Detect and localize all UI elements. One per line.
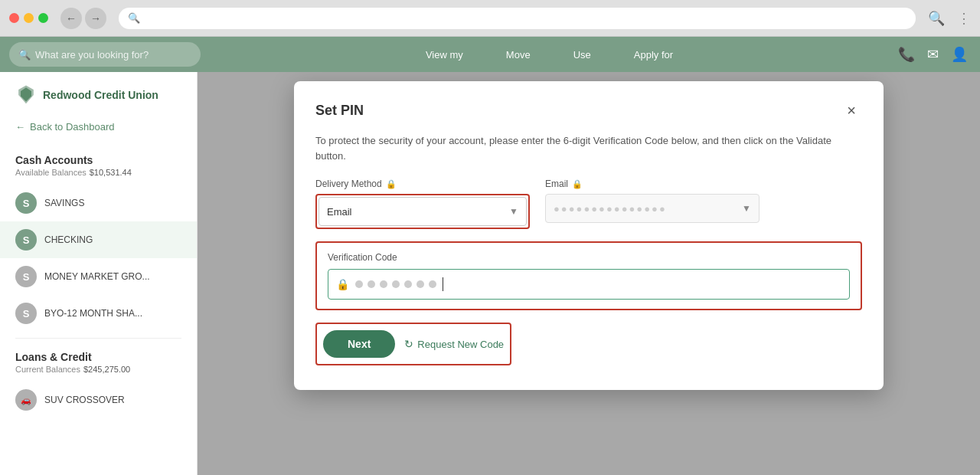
email-field: ●●●●●●●●●●●●●●● ▼ [545,194,760,223]
user-icon[interactable]: 👤 [951,46,968,63]
chevron-down-icon: ▼ [509,206,518,217]
browser-navigation: ← → [60,8,106,29]
minimize-traffic-light[interactable] [24,13,34,23]
account-item-byo[interactable]: S BYO-12 MONTH SHA... [0,295,197,332]
available-balances-label: Available Balances [15,168,87,177]
nav-use[interactable]: Use [567,46,597,64]
search-icon: 🔍 [18,49,31,61]
email-masked-value: ●●●●●●●●●●●●●●● [554,203,667,215]
money-market-icon: S [15,266,37,287]
text-cursor [443,277,443,291]
savings-name: SAVINGS [44,198,181,208]
search-placeholder: What are you looking for? [35,49,149,61]
top-navigation: 🔍 What are you looking for? View my Move… [0,37,980,72]
search-icon: 🔍 [128,12,140,24]
next-button[interactable]: Next [323,330,395,358]
account-item-money-market[interactable]: S MONEY MARKET GRO... [0,258,197,295]
checking-name: CHECKING [44,234,181,245]
brand-name: Redwood Credit Union [43,89,158,101]
delivery-method-outlined: Email ▼ [315,194,530,229]
close-traffic-light[interactable] [9,13,19,23]
code-dot-6 [416,280,424,288]
mail-icon[interactable]: ✉ [927,46,939,63]
money-market-name: MONEY MARKET GRO... [44,271,181,282]
address-bar[interactable]: 🔍 [119,8,916,29]
byo-name: BYO-12 MONTH SHA... [44,308,181,319]
logo-icon [15,84,37,106]
app: 🔍 What are you looking for? View my Move… [0,37,980,475]
search-bar[interactable]: 🔍 What are you looking for? [9,42,201,67]
code-dots-display [355,280,436,288]
verification-code-section: Verification Code 🔒 [315,241,862,310]
nav-apply-for[interactable]: Apply for [628,46,679,64]
loans-balance-label: Current Balances [15,365,80,374]
request-new-code-button[interactable]: ↻ Request New Code [404,338,504,350]
modal-description: To protect the security of your account,… [315,133,862,163]
nav-move[interactable]: Move [500,46,537,64]
code-dot-5 [404,280,412,288]
set-pin-modal: Set PIN × To protect the security of you… [294,81,884,390]
code-dot-2 [368,280,375,288]
modal-header: Set PIN × [315,100,862,121]
forward-button[interactable]: → [85,8,106,29]
cash-accounts-title: Cash Accounts [0,148,197,168]
account-item-savings[interactable]: S SAVINGS [0,185,197,221]
fullscreen-traffic-light[interactable] [38,13,48,23]
back-to-dashboard[interactable]: ← Back to Dashboard [0,115,197,139]
verification-code-input[interactable]: 🔒 [328,269,850,300]
nav-links: View my Move Use Apply for [201,46,898,64]
code-dot-4 [392,280,400,288]
suv-icon: 🚗 [15,389,37,411]
account-item-checking[interactable]: S CHECKING [0,221,197,258]
back-arrow-icon: ← [15,121,25,133]
loans-balance-value: $245,275.00 [83,365,130,374]
email-group: Email 🔒 ●●●●●●●●●●●●●●● ▼ [545,179,760,223]
phone-icon[interactable]: 📞 [898,46,915,63]
byo-icon: S [15,303,37,324]
available-balances-value: $10,531.44 [90,168,132,177]
action-buttons-row: Next ↻ Request New Code [315,323,511,365]
modal-close-button[interactable]: × [841,100,862,121]
browser-search-icon: 🔍 [928,10,945,27]
checking-icon: S [15,229,37,251]
nav-view-my[interactable]: View my [420,46,469,64]
main-content: Redwood Credit Union ← Back to Dashboard… [0,72,980,475]
modal-title: Set PIN [315,103,364,119]
suv-name: SUV CROSSOVER [44,395,181,405]
email-chevron-icon: ▼ [742,203,751,214]
nav-icons: 📞 ✉ 👤 [898,46,968,63]
sidebar-divider [15,338,181,339]
account-item-suv[interactable]: 🚗 SUV CROSSOVER [0,382,197,418]
delivery-lock-icon: 🔒 [386,179,397,189]
verification-code-label: Verification Code [328,252,850,263]
page-background: Set PIN × To protect the security of you… [198,72,980,475]
input-lock-icon: 🔒 [336,278,349,290]
back-button[interactable]: ← [60,8,82,29]
refresh-icon: ↻ [404,338,413,350]
code-dot-1 [355,280,363,288]
delivery-method-label: Delivery Method 🔒 [315,179,530,189]
loans-section-title: Loans & Credit [0,345,197,365]
delivery-method-select[interactable]: Email ▼ [318,197,527,226]
delivery-email-row: Delivery Method 🔒 Email ▼ [315,179,862,229]
traffic-lights [9,13,48,23]
code-dot-7 [429,280,436,288]
browser-chrome: ← → 🔍 🔍 ⋮ [0,0,980,37]
email-lock-icon: 🔒 [572,179,583,189]
sidebar: Redwood Credit Union ← Back to Dashboard… [0,72,198,475]
browser-menu-icon: ⋮ [957,10,971,27]
logo-area: Redwood Credit Union [0,84,197,115]
email-label: Email 🔒 [545,179,760,189]
delivery-method-group: Delivery Method 🔒 Email ▼ [315,179,530,229]
savings-icon: S [15,192,37,214]
code-dot-3 [380,280,387,288]
